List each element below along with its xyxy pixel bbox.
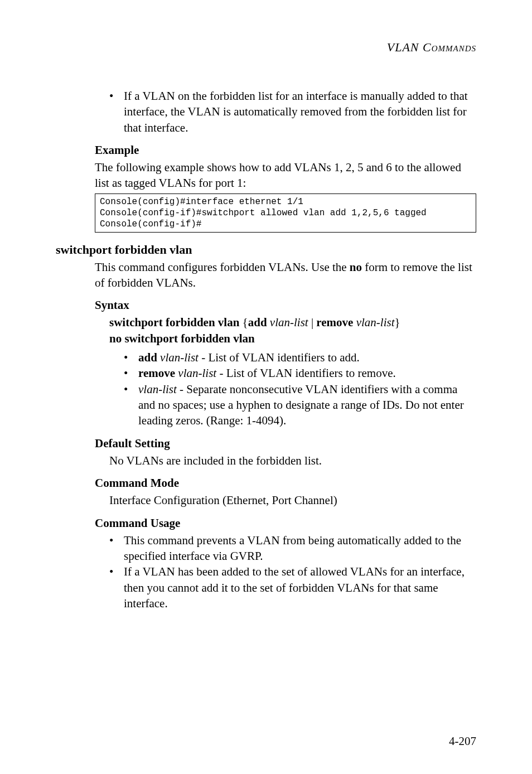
syntax-line-1: switchport forbidden vlan {add vlan-list…	[109, 315, 476, 330]
syntax-line-2: no switchport forbidden vlan	[109, 331, 476, 346]
page-number: 4-207	[449, 734, 476, 748]
default-heading: Default Setting	[95, 437, 476, 451]
command-heading: switchport forbidden vlan	[56, 243, 476, 257]
code-block: Console(config)#interface ethernet 1/1 C…	[95, 194, 476, 233]
syntax-bullet-2: remove vlan-list - List of VLAN identifi…	[124, 365, 476, 381]
usage-bullet-2: If a VLAN has been added to the set of a…	[109, 564, 476, 611]
page-header: VLAN Commands	[56, 40, 476, 55]
default-text: No VLANs are included in the forbidden l…	[109, 453, 476, 468]
code-line-2: Console(config-if)#switchport allowed vl…	[100, 208, 427, 218]
syntax-bullet-3: vlan-list - Separate nonconsecutive VLAN…	[124, 381, 476, 429]
mode-heading: Command Mode	[95, 476, 476, 490]
example-heading: Example	[95, 143, 476, 157]
example-text: The following example shows how to add V…	[95, 159, 476, 191]
intro-bullet: If a VLAN on the forbidden list for an i…	[109, 88, 476, 136]
syntax-heading: Syntax	[95, 298, 476, 312]
usage-heading: Command Usage	[95, 516, 476, 530]
mode-text: Interface Configuration (Ethernet, Port …	[109, 492, 476, 508]
syntax-bullet-1: add vlan-list - List of VLAN identifiers…	[124, 350, 476, 365]
code-line-1: Console(config)#interface ethernet 1/1	[100, 197, 303, 207]
usage-bullet-1: This command prevents a VLAN from being …	[109, 533, 476, 564]
code-line-3: Console(config-if)#	[100, 219, 201, 229]
command-description: This command configures forbidden VLANs.…	[95, 259, 476, 291]
